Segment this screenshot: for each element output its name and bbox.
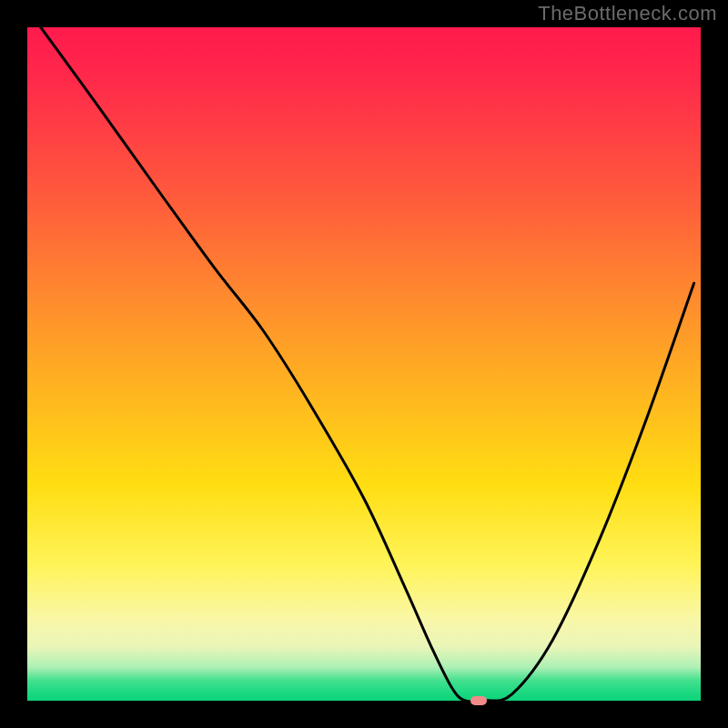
optimum-marker: [470, 696, 487, 705]
curve-svg: [27, 27, 701, 701]
watermark-text: TheBottleneck.com: [538, 2, 717, 25]
chart-frame: TheBottleneck.com: [0, 0, 728, 728]
bottleneck-curve-path: [41, 27, 694, 701]
plot-area: [27, 27, 701, 701]
